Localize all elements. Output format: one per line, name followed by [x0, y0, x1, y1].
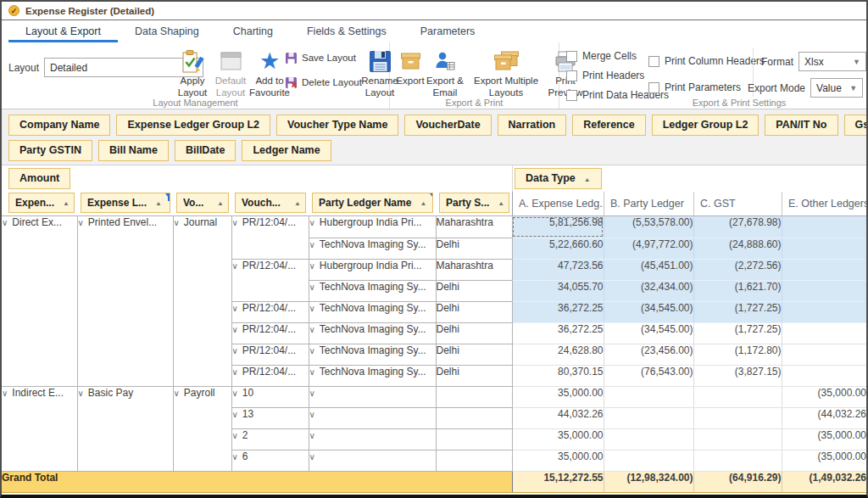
expand-chevron-icon[interactable]: ∨: [232, 304, 238, 313]
grid-value-cell[interactable]: [782, 259, 868, 280]
field-chip-expense-ledger-group-l2[interactable]: Expense Ledger Group L2: [116, 115, 270, 136]
filter-funnel-icon[interactable]: [165, 193, 170, 202]
value-column-header-e[interactable]: E. Other Ledgers: [782, 192, 868, 215]
field-chip-voucherdate[interactable]: VoucherDate: [404, 115, 491, 136]
field-chip-ledger-group-l2[interactable]: Ledger Group L2: [652, 115, 760, 136]
row-header-voucher[interactable]: ∨2: [231, 428, 309, 450]
row-header-state[interactable]: Delhi: [436, 365, 512, 386]
expand-chevron-icon[interactable]: ∨: [78, 218, 84, 227]
row-header-state[interactable]: [436, 386, 512, 407]
grid-value-cell[interactable]: [782, 216, 868, 238]
grid-value-cell[interactable]: (23,456.00): [604, 344, 693, 365]
apply-layout-button[interactable]: Apply Layout: [173, 47, 212, 98]
expand-chevron-icon[interactable]: ∨: [309, 346, 315, 355]
grid-value-cell[interactable]: (35,000.00): [782, 450, 868, 471]
expand-chevron-icon[interactable]: ∨: [309, 367, 315, 377]
grid-value-cell[interactable]: (1,172.80): [693, 344, 782, 365]
row-header-party[interactable]: ∨TechNova Imaging Sy...: [309, 280, 436, 301]
expand-chevron-icon[interactable]: ∨: [174, 389, 180, 398]
row-header-state[interactable]: Delhi: [436, 280, 512, 301]
grid-value-cell[interactable]: [782, 301, 868, 322]
field-chip-ledger-name[interactable]: Ledger Name: [242, 140, 331, 161]
grid-value-cell[interactable]: (1,727.25): [693, 301, 782, 322]
row-header-expense-group[interactable]: ∨Indirect E...: [2, 386, 77, 471]
expand-chevron-icon[interactable]: ∨: [309, 431, 315, 440]
grid-value-cell[interactable]: [693, 428, 782, 450]
print-column-headers-checkbox[interactable]: Print Column Headers: [648, 55, 765, 67]
grid-value-cell[interactable]: (5,53,578.00): [604, 216, 693, 238]
expand-chevron-icon[interactable]: ∨: [309, 389, 315, 398]
row-header-state[interactable]: Delhi: [436, 322, 512, 344]
row-field-chip-expense[interactable]: Expen... ▲: [8, 193, 75, 213]
filter-funnel-icon[interactable]: [430, 193, 433, 202]
field-chip-reference[interactable]: Reference: [572, 115, 645, 136]
expand-chevron-icon[interactable]: ∨: [309, 283, 315, 292]
tab-data-shaping[interactable]: Data Shaping: [118, 22, 216, 42]
grid-value-cell[interactable]: [604, 386, 693, 407]
expand-chevron-icon[interactable]: ∨: [309, 261, 315, 271]
row-field-chip-party-state[interactable]: Party S... ▲: [439, 193, 509, 213]
grid-value-cell[interactable]: [782, 344, 868, 365]
grand-total-value[interactable]: (1,49,032.26): [782, 471, 868, 492]
row-header-voucher[interactable]: ∨PR/12:04/...: [231, 344, 309, 365]
grid-value-cell[interactable]: 35,000.00: [512, 386, 604, 407]
grid-value-cell[interactable]: [693, 407, 782, 428]
row-header-party[interactable]: ∨Hubergroup India Pri...: [309, 259, 436, 280]
expand-chevron-icon[interactable]: ∨: [232, 452, 238, 462]
tab-layout-export[interactable]: Layout & Export: [8, 22, 118, 42]
expand-chevron-icon[interactable]: ∨: [309, 325, 315, 334]
expand-chevron-icon[interactable]: ∨: [232, 346, 238, 355]
value-column-header-b[interactable]: B. Party Ledger: [604, 192, 693, 215]
grid-value-cell[interactable]: [693, 450, 782, 471]
grid-value-cell[interactable]: (2,272.56): [693, 259, 782, 280]
grid-value-cell[interactable]: (3,827.15): [693, 365, 782, 386]
grid-value-cell[interactable]: (76,543.00): [604, 365, 693, 386]
grid-value-cell[interactable]: 36,272.25: [512, 322, 604, 344]
row-field-chip-voucher-type[interactable]: Vo... ▲: [176, 193, 229, 213]
format-dropdown[interactable]: Xlsx ▼: [798, 52, 866, 71]
tab-charting[interactable]: Charting: [216, 22, 290, 42]
row-header-state[interactable]: Delhi: [436, 344, 512, 365]
expand-chevron-icon[interactable]: ∨: [232, 218, 238, 227]
field-chip-gst-registration-type[interactable]: Gst Registration Type: [844, 115, 866, 136]
row-header-expense-ledger[interactable]: ∨Printed Envel...: [77, 216, 173, 386]
expand-chevron-icon[interactable]: ∨: [309, 304, 315, 313]
field-chip-voucher-type-name[interactable]: Voucher Type Name: [276, 115, 398, 136]
grid-value-cell[interactable]: [604, 428, 693, 450]
row-header-party[interactable]: ∨: [309, 428, 436, 450]
grid-value-cell[interactable]: [693, 386, 782, 407]
expand-chevron-icon[interactable]: ∨: [78, 389, 84, 398]
grid-value-cell[interactable]: (27,678.98): [693, 216, 782, 238]
row-header-state[interactable]: [436, 428, 512, 450]
row-header-expense-ledger[interactable]: ∨Basic Pay: [77, 386, 173, 471]
grid-value-cell[interactable]: 35,000.00: [512, 428, 604, 450]
row-header-voucher[interactable]: ∨PR/12:04/...: [231, 322, 309, 344]
grid-value-cell[interactable]: 44,032.26: [512, 407, 604, 428]
expand-chevron-icon[interactable]: ∨: [2, 389, 8, 398]
value-column-header-c[interactable]: C. GST: [693, 192, 782, 215]
grid-value-cell[interactable]: [782, 365, 868, 386]
grid-value-cell[interactable]: (35,000.00): [782, 386, 868, 407]
expand-chevron-icon[interactable]: ∨: [174, 218, 180, 227]
row-header-party[interactable]: ∨Hubergroup India Pri...: [309, 216, 436, 238]
row-header-voucher[interactable]: ∨PR/12:04/...: [231, 301, 309, 322]
grid-value-cell[interactable]: [604, 407, 693, 428]
expand-chevron-icon[interactable]: ∨: [309, 218, 315, 227]
row-field-chip-voucher[interactable]: Vouch... ▲: [235, 193, 306, 213]
row-header-party[interactable]: ∨TechNova Imaging Sy...: [309, 322, 436, 344]
grid-value-cell[interactable]: (34,545.00): [604, 322, 693, 344]
expand-chevron-icon[interactable]: ∨: [232, 261, 238, 271]
row-header-party[interactable]: ∨TechNova Imaging Sy...: [309, 238, 436, 259]
grid-value-cell[interactable]: (45,451.00): [604, 259, 693, 280]
row-header-state[interactable]: Maharashtra: [436, 216, 512, 238]
row-header-party[interactable]: ∨TechNova Imaging Sy...: [309, 301, 436, 322]
grid-value-cell[interactable]: 34,055.70: [512, 280, 604, 301]
row-header-voucher[interactable]: ∨13: [231, 407, 309, 428]
grid-value-cell[interactable]: (34,545.00): [604, 301, 693, 322]
tab-fields-settings[interactable]: Fields & Settings: [290, 22, 403, 42]
expand-chevron-icon[interactable]: ∨: [232, 431, 238, 440]
expand-chevron-icon[interactable]: ∨: [232, 367, 238, 377]
row-header-voucher-type[interactable]: ∨Payroll: [173, 386, 231, 471]
grid-value-cell[interactable]: 36,272.25: [512, 301, 604, 322]
grid-value-cell[interactable]: 47,723.56: [512, 259, 604, 280]
